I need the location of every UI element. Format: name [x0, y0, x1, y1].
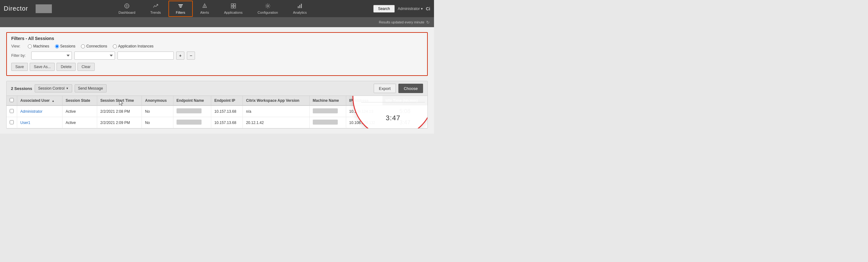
th-endpoint-ip[interactable]: Endpoint IP — [211, 96, 243, 105]
filters-title: Filters - All Sessions — [11, 36, 423, 41]
row2-endpoint-blurred — [177, 120, 202, 125]
analytics-icon — [297, 3, 303, 10]
main-content: Filters - All Sessions View: Machines Se… — [0, 27, 434, 134]
view-option-machines[interactable]: Machines — [28, 44, 49, 48]
choose-button[interactable]: Choose — [398, 84, 423, 93]
caret-icon: ▼ — [66, 87, 69, 90]
row2-machine-name — [309, 117, 346, 128]
col-citrix-workspace-label: Citrix Workspace App Version — [246, 98, 299, 103]
nav-label-applications: Applications — [224, 11, 243, 14]
svg-rect-13 — [231, 6, 233, 8]
row1-workspace-ver: n/a — [243, 105, 309, 117]
th-associated-user[interactable]: Associated User ▲ — [17, 96, 62, 105]
save-button[interactable]: Save — [11, 63, 28, 71]
th-session-state[interactable]: Session State — [62, 96, 97, 105]
alerts-icon — [202, 3, 208, 10]
col-endpoint-ip-label: Endpoint IP — [214, 98, 235, 103]
row1-endpoint-ip: 10.157.13.68 — [211, 105, 243, 117]
th-session-start-time[interactable]: Session Start Time — [97, 96, 142, 105]
th-endpoint-name[interactable]: Endpoint Name — [173, 96, 211, 105]
row1-checkbox-cell — [6, 105, 17, 117]
row1-machine-blurred — [313, 108, 338, 113]
refresh-icon[interactable]: ↻ — [426, 20, 430, 25]
select-all-checkbox[interactable] — [10, 98, 14, 102]
nav-item-alerts[interactable]: Alerts — [193, 1, 217, 17]
svg-rect-18 — [301, 4, 302, 8]
session-control-button[interactable]: Session Control ▼ — [35, 84, 72, 92]
delete-button[interactable]: Delete — [57, 63, 75, 71]
add-filter-button[interactable]: + — [176, 52, 184, 60]
view-app-instances-label: Application Instances — [118, 44, 153, 48]
col-machine-name-label: Machine Name — [313, 98, 339, 103]
svg-rect-8 — [180, 7, 182, 7]
nav-item-analytics[interactable]: Analytics — [286, 1, 314, 17]
row1-checkbox[interactable] — [10, 109, 14, 113]
nav-label-alerts: Alerts — [200, 11, 209, 14]
sessions-controls-right: Export Choose — [374, 84, 423, 93]
highlight-values: 5:08 3:47 — [353, 96, 428, 128]
nav-label-trends: Trends — [150, 11, 161, 14]
search-button[interactable]: Search — [373, 5, 395, 12]
table-container: Associated User ▲ Session State Session … — [6, 96, 428, 128]
radio-machines[interactable] — [28, 44, 32, 48]
export-button[interactable]: Export — [374, 84, 396, 93]
send-message-button[interactable]: Send Message — [75, 84, 106, 92]
applications-icon — [230, 3, 236, 10]
subtitle-bar: Results updated every minute ↻ — [0, 17, 434, 27]
admin-menu[interactable]: Administrator ▾ — [398, 6, 423, 11]
view-label: View: — [11, 44, 20, 48]
clear-button[interactable]: Clear — [78, 63, 95, 71]
view-option-connections[interactable]: Connections — [81, 44, 107, 48]
filter-by-label: Filter by: — [11, 54, 27, 58]
row2-anonymous: No — [142, 117, 174, 128]
row1-endpoint-name — [173, 105, 211, 117]
svg-point-9 — [204, 6, 205, 7]
filter-select-1[interactable] — [31, 52, 72, 60]
row2-checkbox[interactable] — [10, 120, 14, 124]
filters-icon — [178, 3, 183, 10]
row1-state: Active — [62, 105, 97, 117]
filters-panel: Filters - All Sessions View: Machines Se… — [6, 32, 428, 76]
svg-rect-7 — [179, 6, 182, 6]
nav-item-trends[interactable]: Trends — [143, 1, 168, 17]
dashboard-icon — [124, 3, 130, 10]
ci-label: Ci — [426, 6, 430, 11]
nav-item-dashboard[interactable]: Dashboard — [111, 1, 143, 17]
top-navigation: Director Dashboard — [0, 0, 434, 17]
filter-input[interactable] — [118, 52, 174, 60]
row2-user-link[interactable]: User1 — [20, 121, 30, 125]
remove-filter-button[interactable]: − — [187, 52, 195, 60]
view-option-app-instances[interactable]: Application Instances — [113, 44, 153, 48]
col-associated-user-label: Associated User — [20, 98, 50, 103]
save-as-button[interactable]: Save As... — [30, 63, 55, 71]
nav-label-configuration: Configuration — [257, 11, 278, 14]
radio-sessions[interactable] — [55, 44, 59, 48]
row2-endpoint-name — [173, 117, 211, 128]
view-sessions-label: Sessions — [60, 44, 75, 48]
svg-rect-14 — [234, 6, 236, 8]
brand-label: Director — [4, 5, 28, 12]
radio-connections[interactable] — [81, 44, 85, 48]
view-option-sessions[interactable]: Sessions — [55, 44, 75, 48]
sort-asc-icon: ▲ — [52, 99, 54, 102]
nav-item-applications[interactable]: Applications — [217, 1, 250, 17]
row2-endpoint-ip: 10.157.13.68 — [211, 117, 243, 128]
row1-user-link[interactable]: Administrator — [20, 109, 42, 114]
trends-icon — [153, 3, 158, 10]
nav-label-analytics: Analytics — [293, 11, 307, 14]
row2-checkbox-cell — [6, 117, 17, 128]
th-machine-name[interactable]: Machine Name — [309, 96, 346, 105]
th-checkbox — [6, 96, 17, 105]
filter-select-2[interactable] — [74, 52, 115, 60]
row2-machine-blurred — [313, 120, 338, 125]
row2-workspace-ver: 20.12.1.42 — [243, 117, 309, 128]
th-citrix-workspace[interactable]: Citrix Workspace App Version — [243, 96, 309, 105]
view-row: View: Machines Sessions Connections Appl… — [11, 44, 423, 48]
nav-item-filters[interactable]: Filters — [168, 1, 193, 17]
radio-app-instances[interactable] — [113, 44, 117, 48]
th-anonymous[interactable]: Anonymous — [142, 96, 174, 105]
row1-start-time: 2/2/2021 2:08 PM — [97, 105, 142, 117]
row2-state: Active — [62, 117, 97, 128]
nav-item-configuration[interactable]: Configuration — [250, 1, 285, 17]
nav-center: Dashboard Trends Filters — [52, 1, 373, 17]
